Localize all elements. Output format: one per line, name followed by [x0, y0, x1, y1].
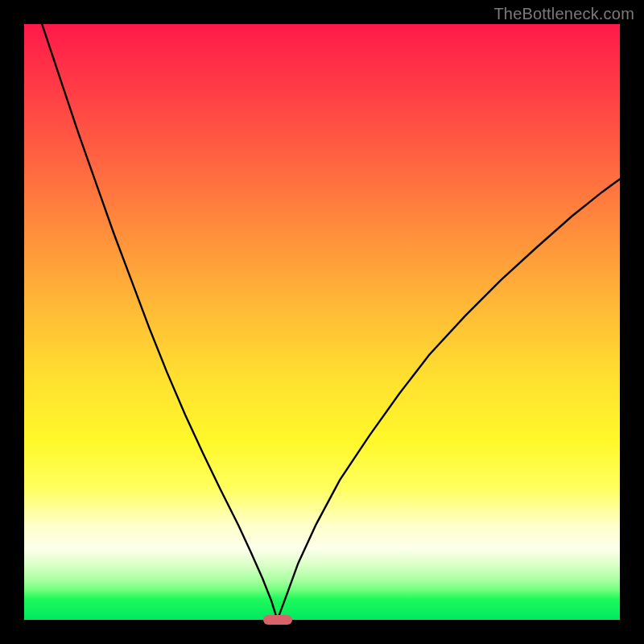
- minimum-marker: [263, 615, 292, 625]
- curve-layer: [24, 24, 620, 620]
- plot-area: [24, 24, 620, 620]
- chart-frame: TheBottleneck.com: [0, 0, 644, 644]
- curve-right-branch: [278, 179, 621, 620]
- watermark-text: TheBottleneck.com: [493, 5, 634, 23]
- curve-left-branch: [42, 24, 277, 620]
